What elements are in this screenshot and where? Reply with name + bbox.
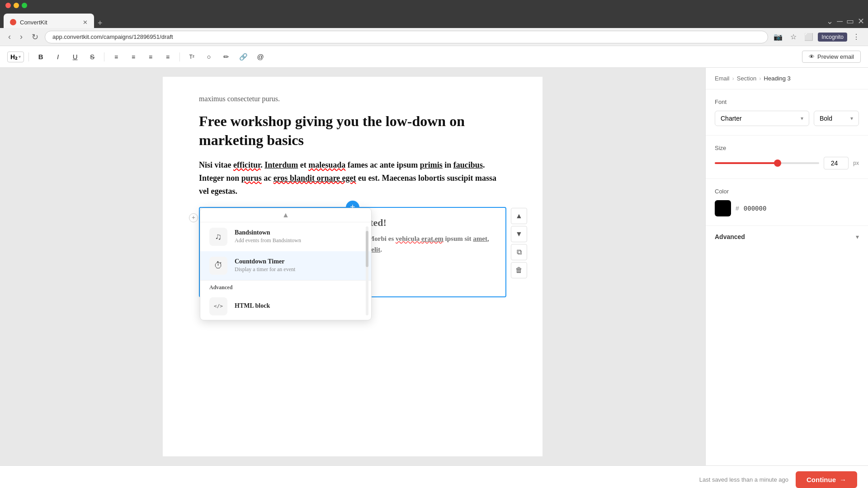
align-justify-button[interactable]: ≡ <box>160 51 175 63</box>
underline-button[interactable]: U <box>68 51 82 63</box>
font-weight-select[interactable]: Bold ▾ <box>814 111 859 126</box>
window-minimize-icon[interactable]: ─ <box>837 17 843 26</box>
countdown-content: Countdown Timer Display a timer for an e… <box>235 258 362 273</box>
align-right-button[interactable]: ≡ <box>143 51 158 63</box>
incognito-button[interactable]: Incognito <box>818 33 847 42</box>
editor-area: maximus consectetur purus. Free workshop… <box>0 68 705 465</box>
breadcrumb-email[interactable]: Email <box>715 75 730 82</box>
font-section: Font Charter ▾ Bold ▾ <box>706 89 868 136</box>
address-text: app.convertkit.com/campaigns/12896951/dr… <box>52 33 173 40</box>
html-title: HTML block <box>235 302 362 310</box>
save-status: Last saved less than a minute ago <box>699 476 788 483</box>
intro-text: maximus consectetur purus. <box>199 95 506 103</box>
advanced-section[interactable]: Advanced ▾ <box>706 226 868 248</box>
color-section: Color # 000000 <box>706 179 868 226</box>
scroll-thumb <box>366 231 368 267</box>
main-heading[interactable]: Free workshop giving you the low-down on… <box>199 112 506 150</box>
block-type-dropdown: ▲ ♫ Bandsintown Add events from Bandsint… <box>200 208 372 320</box>
slider-fill <box>715 162 778 164</box>
window-close-x-icon[interactable]: ✕ <box>858 16 864 26</box>
address-bar[interactable]: app.convertkit.com/campaigns/12896951/dr… <box>45 31 768 43</box>
advanced-label: Advanced <box>715 233 745 240</box>
size-section: Size px <box>706 136 868 179</box>
extensions-icon[interactable]: ⬜ <box>802 31 815 43</box>
scroll-down-action[interactable]: ▼ <box>511 226 527 242</box>
block-insert-area[interactable]: + + ces are limited! c sed orci vitae. M… <box>199 207 506 297</box>
countdown-timer-option[interactable]: ⏱ Countdown Timer Display a timer for an… <box>200 251 371 280</box>
tab-favicon <box>10 19 16 25</box>
align-center-button[interactable]: ≡ <box>126 51 141 63</box>
toolbar-sep-2 <box>104 52 104 61</box>
chevron-up-icon: ▲ <box>282 211 289 219</box>
size-unit: px <box>853 160 859 166</box>
size-label: Size <box>715 145 859 151</box>
html-icon: </> <box>209 297 227 315</box>
breadcrumb-sep-1: › <box>732 75 734 82</box>
color-label: Color <box>715 188 859 195</box>
window-close-btn[interactable] <box>5 3 11 8</box>
color-value[interactable]: 000000 <box>744 205 767 212</box>
size-slider[interactable] <box>715 159 819 168</box>
window-maximize-btn[interactable] <box>22 3 27 8</box>
font-name-text: Charter <box>721 115 742 122</box>
breadcrumb-sep-2: › <box>759 75 761 82</box>
color-swatch[interactable] <box>715 200 731 216</box>
bandsintown-icon: ♫ <box>209 228 227 246</box>
slider-thumb[interactable] <box>774 160 781 167</box>
mention-button[interactable]: @ <box>253 51 268 63</box>
right-panel: Email › Section › Heading 3 Font Charter… <box>705 68 868 465</box>
scrollbar[interactable] <box>366 226 368 315</box>
bandsintown-content: Bandsintown Add events from Bandsintown <box>235 229 362 244</box>
tab-list-icon[interactable]: ⌄ <box>826 16 833 26</box>
continue-button[interactable]: Continue → <box>796 471 857 488</box>
menu-icon[interactable]: ⋮ <box>850 31 863 43</box>
link-button[interactable]: 🔗 <box>236 51 250 63</box>
toolbar-sep-1 <box>28 52 29 61</box>
new-tab-button[interactable]: + <box>94 19 106 28</box>
bold-button[interactable]: B <box>33 51 48 63</box>
back-button[interactable]: ‹ <box>5 30 14 43</box>
advanced-section-label: Advanced <box>200 280 371 293</box>
size-input[interactable] <box>824 157 849 169</box>
html-block-option[interactable]: </> HTML block <box>200 293 371 320</box>
editor-canvas[interactable]: maximus consectetur purus. Free workshop… <box>163 77 542 456</box>
font-family-select[interactable]: Charter ▾ <box>715 111 809 126</box>
color-hash: # <box>736 205 739 212</box>
countdown-desc: Display a timer for an event <box>235 266 362 273</box>
bandsintown-option[interactable]: ♫ Bandsintown Add events from Bandsintow… <box>200 222 371 251</box>
reload-button[interactable]: ↻ <box>29 30 41 44</box>
window-restore-icon[interactable]: ▭ <box>846 16 854 26</box>
italic-button[interactable]: I <box>51 51 65 63</box>
highlight-button[interactable]: ✏ <box>219 51 233 63</box>
add-block-left-button[interactable]: + <box>189 213 198 222</box>
camera-icon[interactable]: 📷 <box>772 31 784 43</box>
html-content: HTML block <box>235 302 362 310</box>
font-chevron-icon: ▾ <box>801 115 803 122</box>
scroll-up-action[interactable]: ▲ <box>511 208 527 224</box>
heading-dropdown[interactable]: H₂ ▾ <box>7 52 24 62</box>
editor-toolbar: H₂ ▾ B I U S ≡ ≡ ≡ ≡ T² ○ ✏ 🔗 @ 👁 Previe… <box>0 46 868 68</box>
preview-email-button[interactable]: 👁 Preview email <box>802 51 861 63</box>
slider-track <box>715 162 819 164</box>
browser-tab[interactable]: ConvertKit ✕ <box>4 14 94 28</box>
align-left-button[interactable]: ≡ <box>109 51 123 63</box>
forward-button[interactable]: › <box>17 30 25 43</box>
heading-level: H₂ <box>10 53 18 61</box>
superscript-button[interactable]: T² <box>184 51 199 63</box>
block-side-actions: ▲ ▼ ⧉ 🗑 <box>511 208 527 278</box>
body-text[interactable]: Nisi vitae efficitur. Interdum et malesu… <box>199 159 506 197</box>
font-label: Font <box>715 99 859 105</box>
address-bar-area: ‹ › ↻ app.convertkit.com/campaigns/12896… <box>0 28 868 46</box>
copy-block-button[interactable]: ⧉ <box>511 244 527 260</box>
breadcrumb-heading: Heading 3 <box>764 75 791 82</box>
delete-block-button[interactable]: 🗑 <box>511 262 527 278</box>
preview-icon: 👁 <box>809 53 815 60</box>
strikethrough-button[interactable]: S <box>85 51 99 63</box>
circle-icon[interactable]: ○ <box>202 51 216 63</box>
tab-close-icon[interactable]: ✕ <box>83 19 88 26</box>
breadcrumb-section[interactable]: Section <box>737 75 756 82</box>
star-icon[interactable]: ☆ <box>787 31 800 43</box>
advanced-chevron-icon: ▾ <box>856 233 859 240</box>
window-minimize-btn[interactable] <box>14 3 19 8</box>
scroll-up-button[interactable]: ▲ <box>200 208 371 222</box>
